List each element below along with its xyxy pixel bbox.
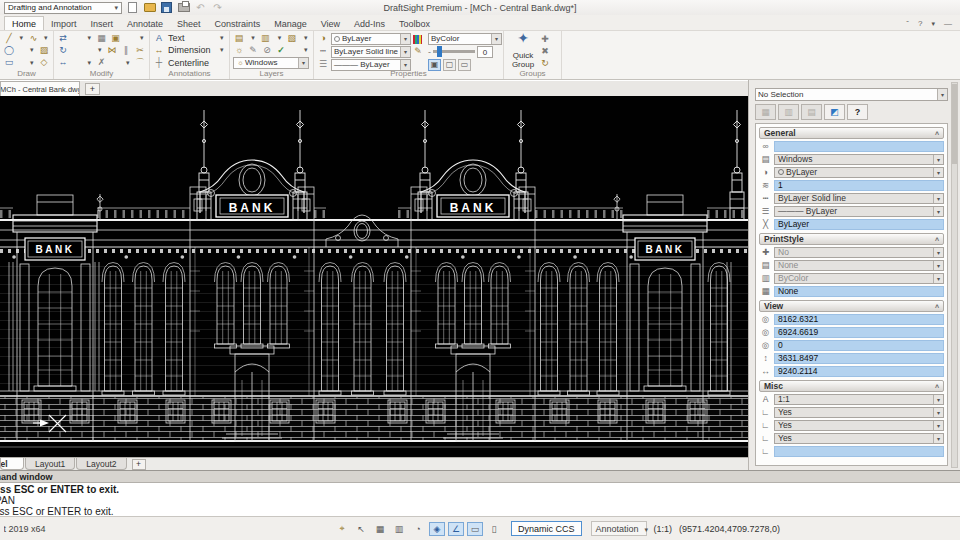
section-header-misc[interactable]: Misc˄: [759, 380, 944, 392]
dynamic-ccs-button[interactable]: Dynamic CCS: [511, 521, 582, 536]
dimension-button[interactable]: Dimension: [153, 44, 226, 56]
workspace-selector[interactable]: Drafting and Annotation: [4, 2, 122, 14]
tab-insert[interactable]: Insert: [84, 17, 121, 30]
tab-sheet[interactable]: Sheet: [170, 17, 208, 30]
ortho-toggle[interactable]: ▥: [391, 522, 407, 536]
chevron-down-icon[interactable]: [30, 46, 36, 54]
new-document-button[interactable]: [126, 2, 139, 14]
mirror-tool-icon[interactable]: [106, 45, 118, 56]
quick-group-button[interactable]: Quick Group: [507, 32, 539, 69]
open-button[interactable]: [143, 2, 156, 14]
chevron-down-icon[interactable]: [20, 34, 26, 42]
move-tool-icon[interactable]: [57, 33, 69, 44]
layer-combobox[interactable]: Windows: [233, 57, 309, 69]
line-style-combobox[interactable]: ByLayer Solid line: [774, 193, 944, 204]
new-tab-button[interactable]: +: [85, 83, 100, 95]
chevron-down-icon[interactable]: [251, 34, 257, 42]
weight-slider-thumb[interactable]: [437, 46, 442, 57]
offset-tool-icon[interactable]: [120, 45, 132, 56]
save-button[interactable]: [160, 2, 173, 14]
select-all-button[interactable]: ▤: [801, 104, 822, 120]
command-window[interactable]: Command window Press ESC or ENTER to exi…: [0, 470, 960, 516]
annotation-scale-combobox[interactable]: 1:1: [774, 394, 944, 405]
drawing-canvas[interactable]: BANK BANK BANK BANK: [0, 96, 748, 457]
circle-tool-icon[interactable]: [3, 45, 15, 56]
section-header-printstyle[interactable]: PrintStyle˄: [759, 233, 944, 245]
command-window-header[interactable]: Command window: [0, 471, 960, 483]
weight-slider[interactable]: [433, 50, 475, 53]
tab-addins[interactable]: Add-Ins: [347, 17, 392, 30]
options-dropdown-icon[interactable]: [931, 19, 935, 28]
chevron-down-icon[interactable]: [220, 34, 226, 42]
chevron-down-icon[interactable]: [220, 46, 226, 54]
layer-edit-icon[interactable]: [247, 45, 259, 56]
line-tool-icon[interactable]: [3, 33, 15, 44]
printstyle-table-combobox[interactable]: None: [774, 260, 944, 271]
layout-tab-layout2[interactable]: Layout2: [76, 458, 126, 470]
palette-scrollbar[interactable]: [951, 82, 958, 468]
fillet-tool-icon[interactable]: [134, 57, 146, 68]
pointer-toggle[interactable]: ↖: [353, 522, 369, 536]
print-button[interactable]: [177, 2, 190, 14]
etrack-toggle[interactable]: ∠: [448, 522, 464, 536]
layer-preview-icon[interactable]: [259, 33, 271, 44]
chevron-down-icon[interactable]: [88, 34, 94, 42]
layer-freeze-icon[interactable]: [286, 33, 298, 44]
tab-constraints[interactable]: Constraints: [208, 17, 268, 30]
printstyle-mode-combobox[interactable]: ByColor: [774, 273, 944, 284]
layer-combobox[interactable]: Windows: [774, 154, 944, 165]
toggle-value-button[interactable]: ◩: [824, 104, 845, 120]
chevron-down-icon[interactable]: [126, 59, 132, 67]
help-icon[interactable]: ?: [918, 19, 922, 28]
view-width-field[interactable]: 9240.2114: [774, 366, 944, 377]
view-center-x-field[interactable]: 8162.6321: [774, 314, 944, 325]
tab-toolbox[interactable]: Toolbox: [392, 17, 437, 30]
polar-toggle[interactable]: ◔: [410, 522, 426, 536]
rich-color-combobox[interactable]: ByColor: [428, 33, 502, 45]
section-header-general[interactable]: General˄: [759, 127, 944, 139]
collapse-ribbon-icon[interactable]: ˇ: [906, 19, 909, 28]
chevron-down-icon[interactable]: [88, 59, 94, 67]
line-color-combobox[interactable]: ByLayer: [331, 33, 411, 45]
chevron-down-icon[interactable]: [278, 34, 284, 42]
tab-import[interactable]: Import: [44, 17, 84, 30]
chevron-down-icon[interactable]: [30, 59, 36, 67]
line-weight-combobox[interactable]: ——— ByLayer: [774, 206, 944, 217]
ungroup-icon[interactable]: [539, 46, 551, 57]
ucs-viewport-combobox[interactable]: Yes: [774, 433, 944, 444]
chevron-down-icon[interactable]: [44, 34, 50, 42]
group-add-icon[interactable]: [539, 34, 551, 45]
section-header-view[interactable]: View˄: [759, 300, 944, 312]
copy-tool-icon[interactable]: [110, 33, 122, 44]
pattern-tool-icon[interactable]: [96, 33, 108, 44]
esnap-toggle[interactable]: ◈: [429, 522, 445, 536]
redo-button[interactable]: ↷: [211, 2, 224, 14]
tab-home[interactable]: Home: [4, 16, 44, 30]
ucs-icon-combobox[interactable]: Yes: [774, 407, 944, 418]
chevron-down-icon[interactable]: [304, 46, 310, 54]
layout-tab-layout1[interactable]: Layout1: [25, 458, 75, 470]
stretch-tool-icon[interactable]: [57, 57, 69, 68]
printarea-toggle[interactable]: ▯: [486, 522, 502, 536]
hatch-tool-icon[interactable]: [38, 45, 50, 56]
chevron-down-icon[interactable]: [304, 34, 310, 42]
undo-button[interactable]: ↶: [194, 2, 207, 14]
view-center-y-field[interactable]: 6924.6619: [774, 327, 944, 338]
weight-value-box[interactable]: 0: [477, 46, 493, 58]
transparency-field[interactable]: ByLayer: [774, 219, 944, 230]
ucs-origin-combobox[interactable]: Yes: [774, 420, 944, 431]
selection-combobox[interactable]: No Selection: [755, 88, 948, 101]
printstyle-value-field[interactable]: None: [774, 286, 944, 297]
line-color-combobox[interactable]: ByLayer: [774, 167, 944, 178]
centerline-button[interactable]: Centerline: [153, 57, 226, 69]
document-tab-active[interactable]: MCh - Central Bank.dwg* ✕: [0, 81, 80, 96]
scrollbar-thumb[interactable]: [952, 84, 957, 164]
spline-tool-icon[interactable]: [28, 33, 40, 44]
tab-annotate[interactable]: Annotate: [120, 17, 170, 30]
rotate-tool-icon[interactable]: [57, 45, 69, 56]
tab-view[interactable]: View: [314, 17, 347, 30]
printstyle-combobox[interactable]: No: [774, 247, 944, 258]
help-button[interactable]: ?: [847, 104, 868, 120]
view-center-z-field[interactable]: 0: [774, 340, 944, 351]
layer-manager-icon[interactable]: [233, 33, 245, 44]
